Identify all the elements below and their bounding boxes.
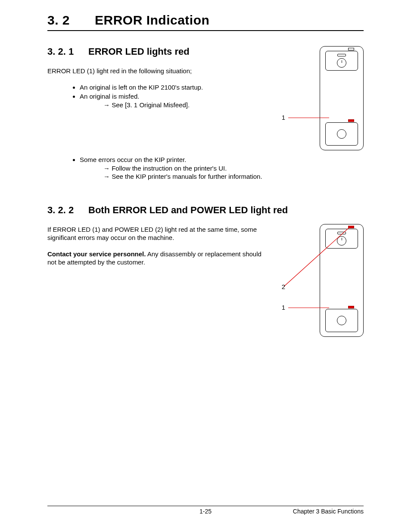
subsection-title: ERROR LED lights red bbox=[88, 46, 190, 57]
panel-bottom-box bbox=[325, 122, 358, 146]
subsection-heading: 3. 2. 1ERROR LED lights red bbox=[47, 46, 364, 57]
bullet-text: An original is misfed. bbox=[80, 93, 139, 100]
page-number: 1-25 bbox=[153, 508, 258, 515]
device-panel-diagram bbox=[320, 46, 364, 150]
leader-line-diagonal bbox=[284, 224, 357, 289]
paragraph: If ERROR LED (1) and POWER LED (2) light… bbox=[47, 225, 271, 242]
callout-label-2: 2 bbox=[282, 283, 285, 290]
chapter-label: Chapter 3 Basic Functions bbox=[258, 508, 364, 515]
subsection-number: 3. 2. 1 bbox=[47, 46, 88, 57]
bullet-list: Some errors occur on the KIP printer. → … bbox=[47, 156, 271, 181]
bullet-subtext: → See the KIP printer's manuals for furt… bbox=[80, 172, 271, 181]
arrow-icon: → bbox=[103, 101, 110, 109]
panel-top-box bbox=[325, 51, 358, 71]
leader-line bbox=[288, 118, 329, 118]
subtext: Follow the instruction on the printer's … bbox=[112, 165, 227, 172]
callout-label-1: 1 bbox=[282, 304, 285, 311]
bullet-text: An original is left on the KIP 2100's st… bbox=[80, 84, 203, 91]
page-footer: 1-25 Chapter 3 Basic Functions bbox=[47, 506, 364, 515]
subtext: See [3. 1 Original Misfeed]. bbox=[112, 101, 190, 109]
leader-line bbox=[288, 308, 329, 308]
subsection-heading: 3. 2. 2Both ERROR LED and POWER LED ligh… bbox=[47, 205, 364, 216]
intro-text: ERROR LED (1) light red in the following… bbox=[47, 67, 271, 75]
footer-rule bbox=[47, 506, 364, 506]
bullet-item: Some errors occur on the KIP printer. → … bbox=[80, 156, 271, 181]
bullet-subtext: → See [3. 1 Original Misfeed]. bbox=[80, 101, 271, 109]
svg-line-0 bbox=[284, 226, 351, 286]
subsection-321: 3. 2. 1ERROR LED lights red ERROR LED (1… bbox=[47, 46, 364, 181]
section-title: ERROR Indication bbox=[95, 13, 209, 27]
panel-slot bbox=[337, 54, 346, 56]
error-led bbox=[348, 119, 354, 122]
subsection-number: 3. 2. 2 bbox=[47, 205, 88, 216]
stop-button-icon bbox=[337, 129, 346, 139]
page: 3. 2ERROR Indication 3. 2. 1ERROR LED li… bbox=[0, 0, 411, 532]
error-led bbox=[348, 306, 354, 308]
power-led bbox=[348, 48, 354, 50]
subsection-322: 3. 2. 2Both ERROR LED and POWER LED ligh… bbox=[47, 205, 364, 334]
section-heading: 3. 2ERROR Indication bbox=[47, 13, 364, 28]
arrow-icon: → bbox=[103, 173, 110, 180]
subsection-title: Both ERROR LED and POWER LED light red bbox=[88, 205, 288, 215]
footer-left bbox=[47, 508, 153, 515]
bold-text: Contact your service personnel. bbox=[47, 250, 146, 258]
heading-rule bbox=[47, 30, 364, 31]
subsection-body: ERROR LED (1) light red in the following… bbox=[47, 67, 271, 181]
subsection-body: If ERROR LED (1) and POWER LED (2) light… bbox=[47, 225, 271, 267]
paragraph: Contact your service personnel. Any disa… bbox=[47, 250, 271, 267]
bullet-list: An original is left on the KIP 2100's st… bbox=[47, 83, 271, 109]
stop-button-icon bbox=[337, 316, 346, 325]
power-button-icon bbox=[337, 58, 346, 68]
panel-bottom-box bbox=[325, 309, 358, 332]
section-number: 3. 2 bbox=[47, 13, 95, 28]
bullet-subtext: → Follow the instruction on the printer'… bbox=[80, 164, 271, 173]
arrow-icon: → bbox=[103, 165, 110, 172]
footer-row: 1-25 Chapter 3 Basic Functions bbox=[47, 508, 364, 515]
callout-label-1: 1 bbox=[282, 114, 285, 121]
subtext: See the KIP printer's manuals for furthe… bbox=[112, 173, 262, 180]
bullet-item: An original is misfed. → See [3. 1 Origi… bbox=[80, 92, 271, 109]
bullet-item: An original is left on the KIP 2100's st… bbox=[80, 83, 271, 92]
bullet-text: Some errors occur on the KIP printer. bbox=[80, 156, 186, 163]
